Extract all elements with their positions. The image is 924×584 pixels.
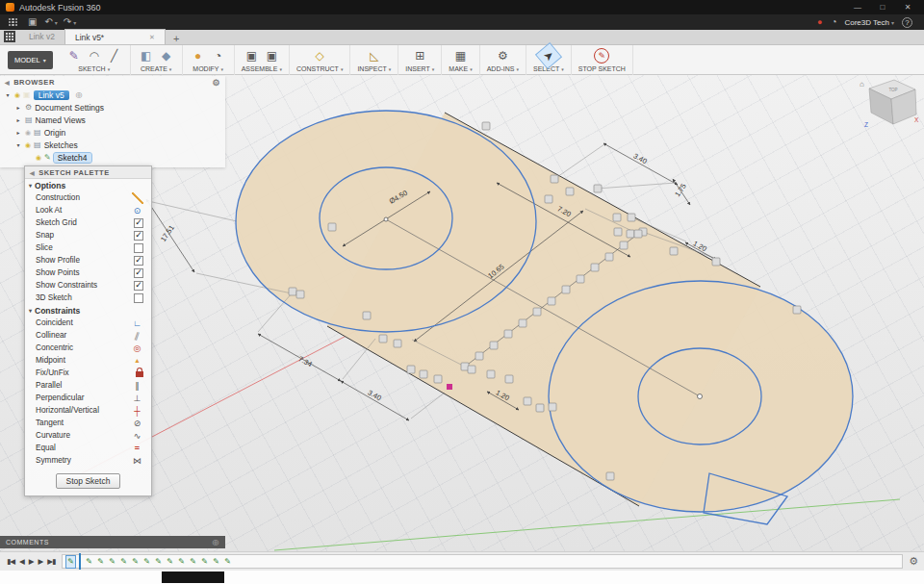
palette-row-3d-sketch[interactable]: 3D Sketch	[25, 292, 151, 304]
browser-item-label[interactable]: Link v5	[34, 90, 69, 100]
toolbar-group-create[interactable]: ◧◆CREATE▾	[131, 45, 183, 75]
workspace-selector[interactable]: MODEL ▾	[8, 51, 53, 69]
constraint-glyph[interactable]	[562, 286, 570, 293]
tab-close-icon[interactable]: ✕	[140, 34, 155, 41]
toolbar-group-add-ins[interactable]: ⚙ADD-INS▾	[480, 45, 526, 75]
constraint-glyph[interactable]	[605, 253, 613, 261]
arc-icon[interactable]: ◠	[86, 47, 103, 64]
visibility-bulb-icon[interactable]: ◉	[14, 91, 20, 99]
midpoint-icon[interactable]: ▲	[131, 357, 143, 364]
browser-item-origin[interactable]: ▸◉▤Origin	[0, 126, 225, 139]
palette-row-perpendicular[interactable]: Perpendicular⊥	[25, 392, 151, 404]
checkbox-sketch-grid[interactable]	[134, 218, 143, 228]
tangent-icon[interactable]: ⊘	[131, 419, 143, 428]
constraint-glyph[interactable]	[394, 340, 401, 347]
timeline-play-button[interactable]: ▶	[29, 557, 34, 566]
constraint-glyph[interactable]	[379, 335, 387, 343]
palette-row-horizontal-vertical[interactable]: Horizontal/Vertical┼	[25, 404, 151, 417]
comments-expand-icon[interactable]: ◎	[213, 538, 219, 546]
symmetry-icon[interactable]: ⋈	[131, 456, 143, 466]
tab-link-v2[interactable]: Link v2	[19, 29, 64, 44]
palette-row-slice[interactable]: Slice	[25, 241, 151, 254]
constraint-glyph[interactable]	[545, 195, 552, 203]
palette-row-fix-unfix[interactable]: Fix/UnFix	[25, 367, 151, 379]
constraint-glyph[interactable]	[577, 275, 584, 283]
select-icon[interactable]: ➤	[536, 43, 560, 67]
visibility-bulb-icon[interactable]: ◉	[25, 129, 31, 137]
browser-item-link-v5[interactable]: ▾◉▣Link v5◎	[0, 89, 225, 101]
joint-icon[interactable]: ▣	[263, 47, 280, 64]
addins-icon[interactable]: ⚙	[494, 47, 511, 64]
concentric-icon[interactable]: ◎	[131, 343, 143, 353]
browser-collapse-icon[interactable]: ◀	[5, 79, 10, 86]
tab-link-v5[interactable]: Link v5* ✕	[64, 29, 166, 44]
constraint-glyph[interactable]	[363, 312, 371, 319]
sketch-icon[interactable]: ✎	[65, 47, 83, 64]
timeline-marker[interactable]: ✎	[142, 556, 151, 568]
constraint-glyph[interactable]	[434, 375, 442, 383]
component-icon[interactable]: ▣	[243, 47, 260, 64]
parallel-icon[interactable]: ∥	[131, 381, 143, 391]
palette-row-parallel[interactable]: Parallel∥	[25, 379, 151, 392]
redo-button[interactable]: ↷	[64, 17, 71, 27]
timeline-marker[interactable]: ✎	[85, 556, 93, 568]
perpendicular-icon[interactable]: ⊥	[131, 394, 143, 403]
maximize-button[interactable]: □	[870, 0, 895, 14]
toolbar-group-sketch[interactable]: ✎◠╱SKETCH▾	[59, 45, 131, 75]
undo-caret-icon[interactable]: ▾	[55, 19, 58, 26]
timeline-marker[interactable]: ✎	[200, 556, 209, 568]
constraint-glyph[interactable]	[296, 291, 304, 298]
viewcube-home-icon[interactable]: ⌂	[860, 80, 864, 89]
timeline-settings-gear-icon[interactable]: ⚙	[909, 555, 918, 568]
target-icon[interactable]: ◎	[76, 90, 83, 99]
constraint-glyph[interactable]	[614, 228, 622, 236]
collinear-icon[interactable]: ∥	[130, 329, 145, 343]
toolbar-group-stop-sketch[interactable]: ✎STOP SKETCH	[572, 45, 633, 75]
constraint-glyph[interactable]	[519, 319, 526, 327]
checkbox-slice[interactable]	[134, 243, 143, 253]
browser-item-named-views[interactable]: ▸▤Named Views	[0, 114, 225, 126]
comments-bar[interactable]: COMMENTS ◎	[0, 536, 225, 548]
job-status-icon[interactable]: ●	[817, 17, 822, 27]
lookat-pal-icon[interactable]: ⊙	[131, 206, 143, 216]
browser-item-label[interactable]: Document Settings	[35, 103, 104, 113]
browser-item-label[interactable]: Sketch4	[54, 153, 91, 163]
checkbox-3d-sketch[interactable]	[134, 293, 143, 303]
constraint-glyph[interactable]	[670, 247, 678, 255]
constraint-glyph[interactable]	[566, 188, 574, 195]
constraint-glyph[interactable]	[533, 308, 541, 316]
center-point-left[interactable]	[384, 217, 388, 221]
timeline-scrubber[interactable]	[79, 553, 81, 570]
checkbox-show-points[interactable]	[134, 268, 143, 278]
visibility-bulb-icon[interactable]: ◉	[25, 141, 31, 149]
constraint-glyph[interactable]	[712, 258, 720, 266]
center-point-right[interactable]	[698, 394, 703, 399]
constraint-glyph[interactable]	[634, 230, 642, 238]
timeline-marker[interactable]: ✎	[119, 556, 128, 568]
palette-row-curvature[interactable]: Curvature∿	[25, 429, 151, 442]
horizvert-icon[interactable]: ┼	[131, 406, 143, 416]
dimension-label[interactable]: 1.75	[673, 182, 688, 198]
timeline-marker[interactable]: ✎	[166, 556, 174, 568]
close-button[interactable]: ✕	[895, 0, 920, 14]
palette-row-look-at[interactable]: Look At⊙	[25, 204, 151, 216]
toolbar-group-assemble[interactable]: ▣▣ASSEMBLE▾	[235, 45, 290, 75]
constraint-glyph[interactable]	[548, 297, 555, 305]
palette-row-tangent[interactable]: Tangent⊘	[25, 417, 151, 429]
palette-row-sketch-grid[interactable]: Sketch Grid	[25, 216, 151, 229]
timeline-marker[interactable]: ✎	[131, 556, 140, 568]
data-panel-toggle[interactable]	[4, 31, 15, 42]
browser-item-sketch4[interactable]: ◉✎Sketch4	[0, 151, 225, 164]
undo-button[interactable]: ↶	[44, 17, 52, 27]
constraint-glyph[interactable]	[594, 185, 602, 192]
constraint-glyph[interactable]	[549, 403, 556, 411]
dimension-label[interactable]: 7.34	[297, 354, 314, 368]
toolbar-group-construct[interactable]: ◇CONSTRUCT▾	[290, 45, 350, 75]
palette-row-snap[interactable]: Snap	[25, 229, 151, 241]
palette-row-show-profile[interactable]: Show Profile	[25, 254, 151, 267]
sketch-origin-point[interactable]	[447, 384, 452, 390]
plane-icon[interactable]: ◇	[311, 47, 328, 64]
browser-gear-icon[interactable]: ⚙	[212, 78, 220, 88]
timeline-marker[interactable]: ✎	[189, 556, 197, 568]
palette-row-concentric[interactable]: Concentric◎	[25, 342, 151, 354]
